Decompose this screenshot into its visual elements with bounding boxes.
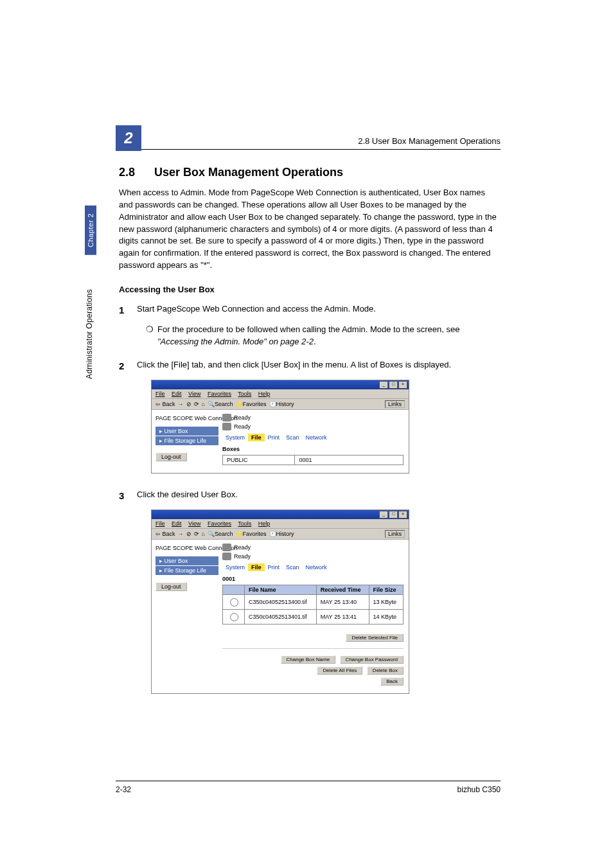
- links-label[interactable]: Links: [385, 400, 405, 408]
- tab-bar: SystemFilePrintScanNetwork: [222, 564, 404, 571]
- change-box-name-button[interactable]: Change Box Name: [281, 655, 336, 664]
- tab-print[interactable]: Print: [265, 563, 283, 571]
- menu-tools[interactable]: Tools: [238, 520, 251, 527]
- chapter-side-tab: Chapter 2: [85, 206, 96, 255]
- maximize-icon[interactable]: □: [389, 511, 398, 518]
- tab-scan[interactable]: Scan: [283, 434, 303, 441]
- browser-toolbar[interactable]: ⇦ Back → ⊘ ⟳ ⌂ 🔍Search ⭐Favorites 🕘Histo…: [152, 399, 409, 410]
- file-radio[interactable]: [230, 598, 238, 607]
- nav-user-box[interactable]: ▸ User Box: [155, 427, 218, 436]
- back-button[interactable]: ⇦ Back: [155, 531, 175, 537]
- maximize-icon[interactable]: □: [389, 381, 398, 389]
- logo: PAGE SCOPE Web Connection: [155, 545, 218, 551]
- table-row: C350c04052513401.tif MAY 25 13:41 14 KBy…: [223, 609, 404, 624]
- menu-edit[interactable]: Edit: [172, 391, 182, 397]
- side-section-label: Administrator Operations: [85, 289, 94, 379]
- box-number-cell: 0001: [295, 456, 404, 465]
- tab-print[interactable]: Print: [265, 434, 283, 441]
- file-size-cell: 14 KByte: [369, 609, 403, 624]
- forward-icon[interactable]: →: [178, 531, 184, 537]
- delete-selected-button[interactable]: Delete Selected File: [346, 633, 404, 642]
- browser-menubar[interactable]: File Edit View Favorites Tools Help: [152, 389, 409, 399]
- menu-help[interactable]: Help: [258, 391, 271, 397]
- boxes-heading: Boxes: [222, 446, 404, 452]
- boxes-table: PUBLIC 0001: [222, 455, 404, 465]
- file-name-cell: C350c04052513400.tif: [245, 594, 317, 609]
- history-button[interactable]: 🕘History: [269, 531, 294, 537]
- refresh-icon[interactable]: ⟳: [194, 401, 199, 407]
- forward-icon[interactable]: →: [178, 401, 184, 407]
- table-row[interactable]: PUBLIC 0001: [223, 456, 404, 465]
- refresh-icon[interactable]: ⟳: [194, 531, 199, 537]
- browser-menubar[interactable]: File Edit View Favorites Tools Help: [152, 519, 409, 529]
- menu-help[interactable]: Help: [258, 520, 271, 527]
- subheading: Accessing the User Box: [119, 285, 501, 294]
- minimize-icon[interactable]: _: [379, 511, 388, 518]
- home-icon[interactable]: ⌂: [202, 401, 205, 407]
- box-name-cell[interactable]: PUBLIC: [223, 456, 295, 465]
- step-text: Start PageScope Web Connection and acces…: [137, 303, 501, 317]
- sidebar: PAGE SCOPE Web Connection ▸ User Box ▸ F…: [152, 540, 222, 693]
- step-note: ❍ For the procedure to be followed when …: [146, 324, 501, 348]
- menu-view[interactable]: View: [188, 520, 200, 527]
- col-received: Received Time: [316, 585, 369, 594]
- file-radio[interactable]: [230, 613, 238, 621]
- close-icon[interactable]: ×: [398, 511, 407, 518]
- note-text: For the procedure to be followed when ca…: [157, 324, 501, 348]
- step-text: Click the [File] tab, and then click [Us…: [137, 359, 501, 373]
- close-icon[interactable]: ×: [398, 381, 407, 389]
- step-3: 3 Click the desired User Box.: [119, 489, 501, 503]
- menu-file[interactable]: File: [155, 391, 165, 397]
- stop-icon[interactable]: ⊘: [186, 401, 191, 407]
- logout-button[interactable]: Log-out: [155, 452, 187, 461]
- window-titlebar: _ □ ×: [152, 380, 409, 389]
- menu-favorites[interactable]: Favorites: [208, 520, 231, 527]
- change-box-password-button[interactable]: Change Box Password: [340, 655, 404, 664]
- tab-network[interactable]: Network: [303, 434, 330, 441]
- menu-tools[interactable]: Tools: [238, 391, 251, 397]
- delete-box-button[interactable]: Delete Box: [367, 666, 404, 675]
- tab-network[interactable]: Network: [303, 563, 330, 571]
- main-panel: Ready Ready SystemFilePrintScanNetwork 0…: [222, 540, 409, 693]
- browser-toolbar[interactable]: ⇦ Back → ⊘ ⟳ ⌂ 🔍Search ⭐Favorites 🕘Histo…: [152, 529, 409, 540]
- menu-file[interactable]: File: [155, 520, 165, 527]
- links-label[interactable]: Links: [385, 530, 405, 538]
- scanner-icon: [222, 553, 231, 560]
- search-button[interactable]: 🔍Search: [208, 531, 233, 537]
- step-number: 2: [119, 359, 137, 373]
- tab-file[interactable]: File: [248, 434, 265, 441]
- note-bullet-icon: ❍: [146, 324, 157, 348]
- tab-scan[interactable]: Scan: [283, 563, 303, 571]
- favorites-button[interactable]: ⭐Favorites: [236, 401, 267, 407]
- footer-rule: [116, 781, 501, 781]
- status-ready: Ready: [234, 553, 251, 560]
- nav-user-box[interactable]: ▸ User Box: [155, 556, 218, 565]
- tab-system[interactable]: System: [222, 563, 248, 571]
- favorites-button[interactable]: ⭐Favorites: [236, 531, 267, 537]
- history-button[interactable]: 🕘History: [269, 401, 294, 407]
- back-button[interactable]: Back: [380, 677, 404, 686]
- menu-view[interactable]: View: [188, 391, 200, 397]
- menu-favorites[interactable]: Favorites: [208, 391, 231, 397]
- note-suffix: .: [314, 337, 316, 346]
- printer-icon: [222, 414, 231, 421]
- tab-system[interactable]: System: [222, 434, 248, 441]
- section-title: 2.8User Box Management Operations: [119, 166, 501, 179]
- home-icon[interactable]: ⌂: [202, 531, 205, 537]
- stop-icon[interactable]: ⊘: [186, 531, 191, 537]
- minimize-icon[interactable]: _: [379, 381, 388, 389]
- box-number-heading: 0001: [222, 576, 404, 582]
- tab-file[interactable]: File: [248, 563, 265, 571]
- nav-file-storage[interactable]: ▸ File Storage Life: [155, 436, 218, 445]
- search-button[interactable]: 🔍Search: [208, 401, 233, 407]
- col-filename: File Name: [245, 585, 317, 594]
- status-ready: Ready: [234, 423, 251, 430]
- header-rule: [116, 149, 501, 150]
- back-button[interactable]: ⇦ Back: [155, 401, 175, 407]
- logout-button[interactable]: Log-out: [155, 582, 187, 591]
- nav-file-storage[interactable]: ▸ File Storage Life: [155, 566, 218, 575]
- running-header: 2.8 User Box Management Operations: [358, 136, 501, 146]
- delete-all-files-button[interactable]: Delete All Files: [317, 666, 362, 675]
- menu-edit[interactable]: Edit: [172, 520, 182, 527]
- note-ref: "Accessing the Admin. Mode" on page 2-2: [157, 337, 314, 346]
